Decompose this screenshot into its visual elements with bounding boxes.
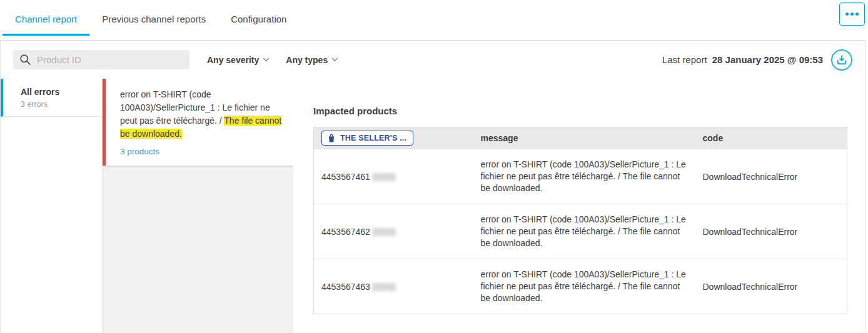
chevron-down-icon (332, 55, 338, 61)
ellipsis-icon (845, 12, 859, 16)
product-id: 4453567463 (321, 282, 370, 292)
report-panel: Any severity Any types Last report 28 Ja… (0, 40, 865, 333)
chevron-down-icon (263, 55, 270, 61)
seller-shop-column-label: THE SELLER'S ... (340, 134, 406, 142)
table-header-row: THE SELLER'S ... message code (314, 127, 847, 149)
impacted-products-link[interactable]: 3 products (120, 147, 159, 156)
error-message: error on T-SHIRT (code 100A03)/SellerPic… (120, 88, 283, 141)
error-card[interactable]: error on T-SHIRT (code 100A03)/SellerPic… (103, 79, 293, 166)
download-report-button[interactable] (831, 49, 852, 71)
table-row: 4453567463 error on T-SHIRT (code 100A03… (314, 259, 847, 314)
seller-shop-column-button[interactable]: THE SELLER'S ... (321, 131, 413, 146)
code-column-header: code (695, 127, 847, 149)
impacted-products-section: Impacted products THE SELLER'S ... (293, 79, 865, 333)
code-cell: DownloadTechnicalError (695, 204, 847, 259)
tabs-bar: Channel report Previous channel reports … (0, 0, 868, 40)
search-input[interactable] (37, 54, 183, 65)
content-area: All errors 3 errors error on T-SHIRT (co… (1, 79, 865, 333)
last-report-status: Last report 28 January 2025 @ 09:53 (662, 54, 823, 65)
tab-channel-report[interactable]: Channel report (3, 2, 89, 36)
types-filter-label: Any types (286, 55, 328, 65)
more-actions-button[interactable] (839, 2, 865, 26)
tab-previous-channel-reports[interactable]: Previous channel reports (89, 2, 218, 36)
all-errors-label: All errors (21, 87, 96, 97)
severity-filter-dropdown[interactable]: Any severity (207, 55, 268, 65)
severity-filter-label: Any severity (207, 55, 259, 65)
code-cell: DownloadTechnicalError (695, 149, 847, 204)
table-row: 4453567461 error on T-SHIRT (code 100A03… (314, 149, 847, 204)
download-icon (835, 54, 848, 66)
table-row: 4453567462 error on T-SHIRT (code 100A03… (314, 204, 847, 259)
last-report-date: 28 January 2025 @ 09:53 (712, 54, 823, 65)
all-errors-count: 3 errors (21, 100, 96, 109)
last-report-label: Last report (662, 54, 707, 65)
product-id-cell: 4453567462 (314, 204, 473, 259)
toolbar: Any severity Any types Last report 28 Ja… (1, 41, 865, 79)
sidebar-item-all-errors[interactable]: All errors 3 errors (1, 79, 102, 117)
message-cell: error on T-SHIRT (code 100A03)/SellerPic… (473, 149, 695, 204)
shopping-bag-icon (327, 133, 336, 143)
message-column-header: message (473, 127, 695, 149)
types-filter-dropdown[interactable]: Any types (286, 55, 337, 65)
error-groups-sidebar: All errors 3 errors (1, 79, 103, 333)
message-cell: error on T-SHIRT (code 100A03)/SellerPic… (473, 259, 695, 314)
product-id: 4453567462 (321, 227, 370, 237)
product-id-cell: 4453567463 (314, 259, 473, 314)
message-cell: error on T-SHIRT (code 100A03)/SellerPic… (473, 204, 695, 259)
redacted-id-suffix (372, 173, 396, 181)
product-search-box[interactable] (13, 50, 189, 69)
code-cell: DownloadTechnicalError (695, 259, 847, 314)
error-list-column: error on T-SHIRT (code 100A03)/SellerPic… (103, 79, 293, 333)
page-title: Impacted products (313, 106, 847, 116)
product-id: 4453567461 (321, 172, 370, 182)
product-id-cell: 4453567461 (314, 149, 473, 204)
redacted-id-suffix (372, 283, 396, 291)
search-icon (19, 54, 31, 66)
redacted-id-suffix (372, 228, 396, 236)
tab-configuration[interactable]: Configuration (218, 2, 299, 36)
impacted-products-table: THE SELLER'S ... message code 4453567461… (313, 127, 847, 314)
